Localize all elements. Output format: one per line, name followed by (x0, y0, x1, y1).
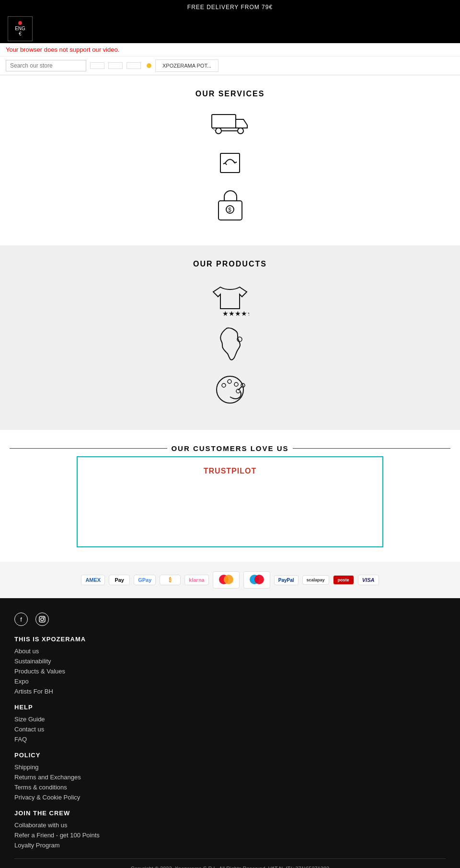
trustpilot-box: TRUSTPILOT (77, 456, 383, 547)
footer-link-expo[interactable]: Expo (14, 678, 446, 685)
banner-text: FREE DELIVERY FROM 79€ (187, 4, 273, 11)
footer-social: f (14, 613, 446, 626)
svg-point-14 (234, 382, 238, 386)
secure-payment-icon: $ (10, 187, 450, 225)
footer-copyright: Copyright © 2023, Xpozerama S.R.L. All R… (14, 866, 446, 868)
nav-tab-3[interactable] (126, 62, 141, 69)
nav-area: XPOZERAMA POT... (0, 57, 460, 75)
svg-text:$: $ (228, 207, 231, 213)
footer-link-returns[interactable]: Returns and Exchanges (14, 774, 446, 781)
footer-join-title: JOIN THE CREW (14, 810, 446, 817)
amex-icon: AMEX (81, 575, 105, 585)
tshirt-icon: ★★★★★ (10, 280, 450, 320)
footer-link-refer[interactable]: Refer a Friend - get 100 Points (14, 832, 446, 839)
currency-label: € (19, 31, 22, 36)
facebook-icon[interactable]: f (14, 613, 28, 626)
top-banner: FREE DELIVERY FROM 79€ (0, 0, 460, 14)
video-warning-text: Your browser does not support our video. (6, 46, 119, 53)
svg-point-20 (254, 575, 264, 584)
svg-point-18 (224, 575, 233, 584)
maestro-icon (243, 571, 270, 589)
services-section: OUR SERVICES $ (0, 75, 460, 245)
footer: f THIS IS XPOZERAMA About us Sustainabil… (0, 598, 460, 868)
footer-divider (14, 858, 446, 859)
italy-map-icon (10, 326, 450, 366)
services-title: OUR SERVICES (10, 90, 450, 98)
postepay-icon: poste (333, 575, 354, 585)
payment-icons-container: AMEX Pay GPay ₿ klarna PayPal scalapay p… (10, 571, 450, 589)
paypal-icon: PayPal (274, 575, 299, 585)
customers-title: OUR CUSTOMERS LOVE US (10, 444, 450, 452)
googlepay-icon: GPay (134, 575, 156, 585)
scalapay-icon: scalapay (302, 575, 329, 585)
video-warning: Your browser does not support our video. (0, 43, 460, 57)
mastercard-icon (213, 571, 240, 589)
svg-rect-0 (212, 115, 236, 128)
footer-link-loyalty[interactable]: Loyalty Program (14, 842, 446, 849)
footer-help-title: HELP (14, 704, 446, 711)
trustpilot-link[interactable]: TRUSTPILOT (87, 467, 373, 475)
svg-point-13 (228, 380, 231, 383)
footer-link-products-values[interactable]: Products & Values (14, 668, 446, 675)
footer-link-privacy-cookie[interactable]: Privacy & Cookie Policy (14, 794, 446, 801)
lang-label: ENG (15, 26, 25, 31)
svg-point-2 (238, 128, 243, 134)
nav-label[interactable]: XPOZERAMA POT... (155, 59, 218, 72)
applepay-icon: Pay (109, 575, 130, 585)
truck-icon (10, 110, 450, 140)
nav-tab-1[interactable] (90, 62, 104, 69)
svg-text:★★★★★: ★★★★★ (222, 310, 249, 317)
search-input[interactable] (6, 60, 86, 71)
svg-point-23 (44, 617, 45, 618)
footer-link-shipping[interactable]: Shipping (14, 764, 446, 771)
header: ENG € (0, 14, 460, 43)
trustpilot-section: OUR CUSTOMERS LOVE US TRUSTPILOT (0, 430, 460, 562)
products-section: OUR PRODUCTS ★★★★★ (0, 245, 460, 430)
footer-link-sustainability[interactable]: Sustainability (14, 658, 446, 665)
payment-section: AMEX Pay GPay ₿ klarna PayPal scalapay p… (0, 562, 460, 598)
footer-link-about[interactable]: About us (14, 648, 446, 655)
nav-dot (147, 63, 151, 68)
footer-policy-title: POLICY (14, 752, 446, 759)
klarna-icon: klarna (184, 575, 208, 585)
visa-icon: VISA (358, 575, 379, 585)
logo[interactable]: ENG € (8, 16, 33, 41)
footer-link-contact[interactable]: Contact us (14, 726, 446, 733)
svg-rect-5 (220, 153, 240, 173)
bitcoin-icon: ₿ (160, 575, 181, 585)
return-icon (10, 146, 450, 182)
footer-link-artists[interactable]: Artists For BH (14, 688, 446, 695)
products-title: OUR PRODUCTS (10, 260, 450, 268)
footer-link-collaborate[interactable]: Collaborate with us (14, 822, 446, 829)
instagram-icon[interactable] (35, 613, 49, 626)
svg-point-1 (216, 128, 221, 134)
logo-dot (18, 21, 22, 25)
palette-icon (10, 372, 450, 410)
footer-link-terms[interactable]: Terms & conditions (14, 784, 446, 791)
footer-this-is-title: THIS IS XPOZERAMA (14, 636, 446, 643)
footer-link-faq[interactable]: FAQ (14, 736, 446, 743)
svg-point-22 (41, 618, 44, 621)
nav-tab-2[interactable] (108, 62, 123, 69)
svg-point-12 (222, 383, 226, 387)
footer-link-size-guide[interactable]: Size Guide (14, 716, 446, 723)
